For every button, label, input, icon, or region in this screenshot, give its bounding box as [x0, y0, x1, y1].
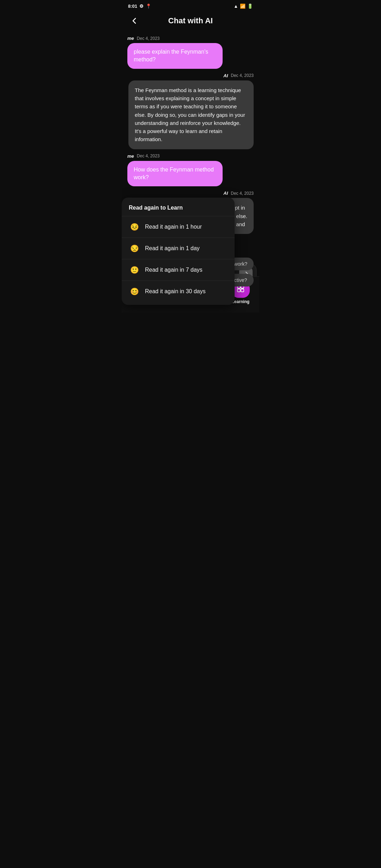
message-row-2: AI Dec 4, 2023 The Feynman method is a l…	[127, 73, 254, 149]
read-again-1day[interactable]: 😒 Read it again in 1 day	[122, 237, 235, 259]
read-1day-label: Read it again in 1 day	[145, 245, 200, 252]
read-7days-label: Read it again in 7 days	[145, 267, 202, 273]
sad-icon-1: 😣	[129, 221, 140, 233]
wifi-icon: ▲	[234, 4, 238, 9]
ai-avatar-2: AI	[223, 191, 228, 196]
msg-meta-3: me Dec 4, 2023	[127, 153, 254, 159]
read-again-7days[interactable]: 🙂 Read it again in 7 days	[122, 259, 235, 281]
user-avatar-2: me	[127, 153, 134, 159]
svg-rect-2	[237, 289, 240, 292]
settings-icon: ⚙	[139, 4, 144, 9]
svg-rect-3	[241, 289, 244, 292]
battery-icon: 🔋	[247, 4, 253, 9]
msg-meta-2: AI Dec 4, 2023	[127, 73, 254, 78]
header: Chat with AI	[122, 11, 259, 33]
read-again-1hour[interactable]: 😣 Read it again in 1 hour	[122, 216, 235, 237]
msg-meta-4: AI Dec 4, 2023	[127, 191, 254, 196]
ai-bubble-1: The Feynman method is a learning techniq…	[128, 80, 254, 149]
read-again-30days[interactable]: 😊 Read it again in 30 days	[122, 281, 235, 302]
dropdown-title: Read again to Learn	[122, 199, 235, 216]
happy-icon: 😊	[129, 286, 140, 297]
msg-date-4: Dec 4, 2023	[231, 191, 254, 196]
neutral-icon: 🙂	[129, 264, 140, 276]
user-bubble-2: How does the Feynman method work?	[127, 161, 223, 187]
ai-avatar-1: AI	[223, 73, 228, 78]
sad-icon-2: 😒	[129, 243, 140, 254]
page-title: Chat with AI	[141, 16, 240, 25]
msg-date-2: Dec 4, 2023	[231, 73, 254, 78]
msg-date-3: Dec 4, 2023	[137, 153, 160, 158]
msg-meta-1: me Dec 4, 2023	[127, 36, 254, 41]
status-left: 8:01 ⚙ 📍	[128, 4, 151, 9]
read-30days-label: Read it again in 30 days	[145, 288, 206, 295]
read-again-dropdown: Read again to Learn 😣 Read it again in 1…	[122, 198, 235, 305]
user-avatar-1: me	[127, 36, 134, 41]
status-bar: 8:01 ⚙ 📍 ▲ 📶 🔋	[122, 0, 259, 11]
location-icon: 📍	[146, 4, 151, 9]
time-display: 8:01	[128, 4, 137, 9]
message-row-3: me Dec 4, 2023 How does the Feynman meth…	[127, 153, 254, 187]
msg-date-1: Dec 4, 2023	[137, 36, 160, 41]
back-button[interactable]	[128, 14, 141, 27]
user-bubble-1: please explain the Feynman's method?	[127, 43, 223, 69]
message-row-1: me Dec 4, 2023 please explain the Feynma…	[127, 36, 254, 69]
read-1hour-label: Read it again in 1 hour	[145, 224, 202, 230]
signal-icon: 📶	[240, 4, 246, 9]
status-right: ▲ 📶 🔋	[234, 4, 253, 9]
